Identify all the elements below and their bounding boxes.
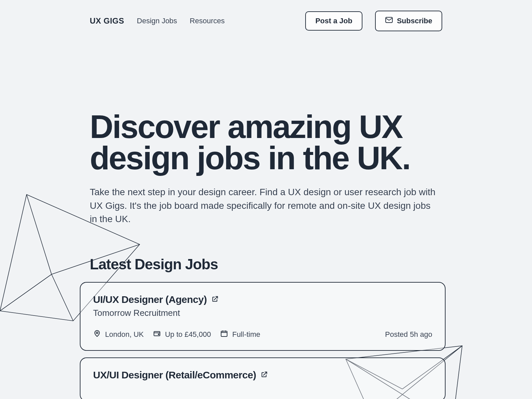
job-card[interactable]: UI/UX Designer (Agency) Tomorrow Recruit… [80, 282, 446, 351]
mail-icon [385, 16, 393, 26]
nav-design-jobs[interactable]: Design Jobs [137, 17, 177, 25]
hero-title: Discover amazing UX design jobs in the U… [90, 111, 442, 174]
job-meta-row: London, UK Up to £45,000 Full-time Poste… [93, 330, 432, 339]
wallet-icon [153, 330, 161, 339]
section-heading-latest-jobs: Latest Design Jobs [90, 256, 442, 273]
logo[interactable]: UX GIGS [90, 16, 124, 26]
job-location: London, UK [93, 330, 144, 339]
job-title: UI/UX Designer (Agency) [93, 294, 207, 305]
hero-subtitle: Take the next step in your design career… [90, 186, 436, 226]
svg-rect-14 [221, 331, 227, 336]
svg-line-4 [0, 274, 52, 311]
primary-nav: Design Jobs Resources [137, 17, 225, 25]
job-title: UX/UI Designer (Retail/eCommerce) [93, 369, 256, 381]
nav-resources[interactable]: Resources [190, 17, 225, 25]
job-card[interactable]: UX/UI Designer (Retail/eCommerce) [80, 357, 446, 399]
site-header: UX GIGS Design Jobs Resources Post a Job… [90, 0, 442, 31]
subscribe-button[interactable]: Subscribe [375, 11, 442, 31]
pin-icon [93, 330, 101, 339]
external-link-icon [261, 371, 268, 379]
job-type: Full-time [220, 330, 260, 339]
svg-line-3 [52, 274, 73, 321]
post-a-job-label: Post a Job [315, 17, 352, 25]
subscribe-label: Subscribe [397, 17, 432, 25]
job-salary: Up to £45,000 [153, 330, 211, 339]
external-link-icon [211, 295, 219, 304]
job-company: Tomorrow Recruitment [93, 308, 432, 318]
svg-rect-12 [154, 332, 160, 336]
svg-point-11 [96, 332, 98, 333]
post-a-job-button[interactable]: Post a Job [305, 11, 362, 31]
calendar-icon [220, 330, 228, 339]
svg-line-1 [27, 195, 52, 274]
svg-point-13 [158, 334, 159, 335]
job-posted: Posted 5h ago [385, 330, 432, 339]
